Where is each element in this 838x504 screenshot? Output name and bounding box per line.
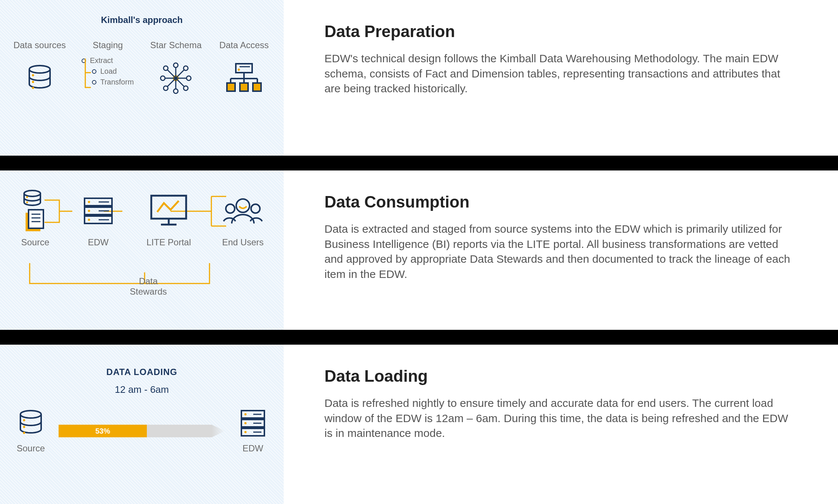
svg-point-53 [236,199,250,212]
svg-point-44 [88,201,90,203]
section-body: EDW's technical design follows the Kimba… [324,51,797,96]
loading-source: Source [10,408,51,454]
svg-point-18 [164,86,168,90]
separator [0,330,838,345]
diagram-kimball: Kimball's approach Data sources [0,0,284,156]
svg-point-54 [226,204,235,213]
page: Kimball's approach Data sources [0,0,838,504]
col-label: Staging [93,40,123,50]
svg-point-6 [174,63,178,67]
row-data-preparation: Kimball's approach Data sources [0,0,838,156]
col-label: LITE Portal [146,237,191,248]
section-body: Data is refreshed nightly to ensure time… [324,396,797,441]
svg-point-0 [29,66,50,73]
col-end-users: End Users [217,189,269,248]
svg-rect-29 [227,83,235,91]
col-staging: Staging Extract Load Transform [76,40,139,99]
svg-point-2 [32,81,34,83]
svg-point-20 [184,86,188,90]
col-lite-portal: LITE Portal [141,189,197,248]
svg-point-3 [32,87,34,89]
diagram-consumption: Source [0,170,284,330]
col-label: End Users [222,237,264,248]
svg-point-58 [23,426,25,428]
svg-point-46 [88,219,90,221]
svg-point-33 [24,190,40,196]
col-label: Data Access [219,40,268,50]
svg-rect-31 [253,83,261,91]
col-data-access: Data Access [212,40,276,99]
diagram-loading: DATA LOADING 12 am - 6am Sourc [0,345,284,504]
svg-rect-37 [29,210,43,228]
loading-edw: EDW [232,408,273,454]
row-data-loading: DATA LOADING 12 am - 6am Sourc [0,345,838,504]
svg-rect-21 [236,64,252,73]
svg-point-45 [88,210,90,212]
section-heading: Data Consumption [324,193,797,211]
svg-point-10 [161,76,165,80]
bullet-icon [92,80,96,84]
row-data-consumption: Source [0,170,838,330]
svg-point-55 [251,204,260,213]
svg-point-1 [32,74,34,76]
col-label: Data sources [13,40,66,50]
database-icon [25,58,55,99]
svg-point-65 [244,431,247,433]
svg-point-12 [187,76,191,80]
svg-point-64 [244,422,247,424]
source-stack-icon [20,189,50,233]
svg-point-34 [26,196,28,198]
section-heading: Data Preparation [324,22,797,41]
svg-point-8 [174,89,178,93]
bullet-icon [92,69,96,74]
svg-point-57 [23,419,25,421]
svg-point-63 [244,413,247,415]
diagram-title: Kimball's approach [0,0,284,25]
col-label: Star Schema [150,40,202,50]
source-label: Source [17,443,45,454]
col-data-sources: Data sources [8,40,71,99]
users-group-icon [221,189,265,233]
text-data-loading: Data Loading Data is refreshed nightly t… [284,345,838,504]
hierarchy-icon [225,58,263,99]
progress-bar: 53% [59,425,225,437]
svg-point-23 [238,69,240,71]
svg-line-15 [176,69,185,78]
loading-row: Source 53% [10,408,273,454]
database-icon [16,408,46,438]
svg-rect-30 [240,83,248,91]
svg-point-16 [184,66,188,70]
diagram-columns: Data sources Staging [0,25,284,99]
col-label: EDW [88,237,109,248]
etl-connector-icon [83,59,91,94]
star-schema-icon [159,58,192,99]
server-rack-icon [239,408,267,438]
svg-line-13 [166,69,176,78]
server-rack-icon [82,189,115,233]
section-body: Data is extracted and staged from source… [324,222,797,282]
section-heading: Data Loading [324,367,797,385]
data-stewards-label: Data Stewards [126,276,171,297]
separator [0,156,838,170]
text-data-consumption: Data Consumption Data is extracted and s… [284,170,838,330]
text-data-preparation: Data Preparation EDW's technical design … [284,0,838,156]
col-label: Source [21,237,49,248]
diagram-title: DATA LOADING [10,367,273,377]
svg-line-19 [176,78,185,87]
edw-label: EDW [243,443,263,454]
col-edw: EDW [76,189,121,248]
svg-point-14 [164,66,168,70]
svg-point-56 [20,411,41,418]
etl-list: Extract Load Transform [82,54,133,89]
col-star-schema: Star Schema [144,40,207,99]
progress-fill: 53% [59,425,147,437]
progress-value: 53% [95,427,110,435]
monitor-chart-icon [148,189,189,233]
svg-line-17 [166,78,176,87]
time-window: 12 am - 6am [10,384,273,395]
col-source: Source [15,189,56,248]
svg-point-35 [26,202,28,203]
svg-point-59 [23,432,25,434]
